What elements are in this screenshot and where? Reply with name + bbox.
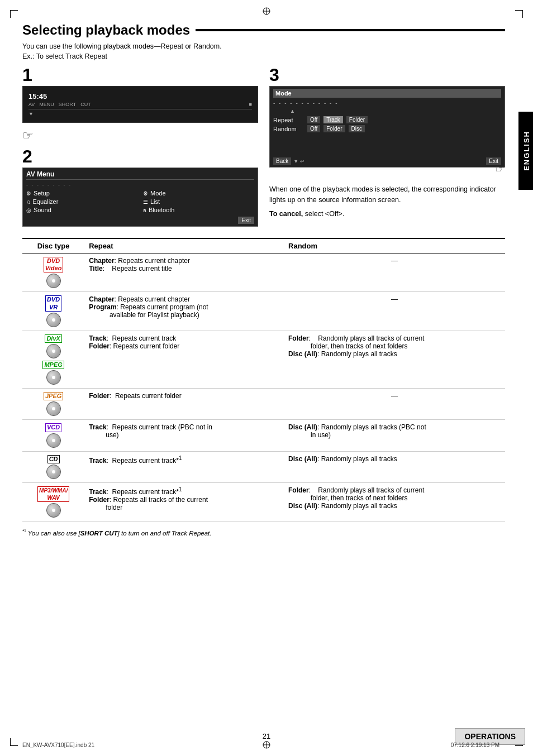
step3-finger-icon: ☞ bbox=[269, 162, 505, 175]
disc-type-jpeg: JPEG bbox=[22, 389, 84, 420]
av-menu-bluetooth-label: Bluetooth bbox=[149, 207, 174, 213]
cd-label: CD bbox=[47, 455, 60, 463]
mode-random-folder-btn[interactable]: Folder bbox=[323, 125, 345, 132]
random-divx-mpeg: Folder: Randomly plays all tracks of cur… bbox=[284, 331, 505, 388]
to-cancel: To cancel, select <Off>. bbox=[269, 210, 505, 218]
mode-screen: Mode - - - - - - - - - - - - ▲ Repeat Of… bbox=[269, 86, 505, 168]
english-tab: ENGLISH bbox=[518, 112, 533, 190]
av-menu-mode-label: Mode bbox=[150, 190, 166, 197]
screen-cut: CUT bbox=[80, 102, 91, 107]
disc-type-divx-mpeg: DivX MPEG bbox=[22, 331, 84, 388]
mode-arrow: ▲ bbox=[290, 108, 501, 114]
mode-track-btn[interactable]: Track bbox=[323, 116, 343, 123]
av-menu-dots: - - - - - - - - - bbox=[26, 182, 254, 188]
screen-dots: ▼ bbox=[28, 111, 252, 117]
english-label: ENGLISH bbox=[522, 131, 531, 171]
footer-right: 07.12.6 2:19:13 PM bbox=[451, 742, 499, 748]
table-row: VCD Track: Repeats current track (PBC no… bbox=[22, 420, 505, 451]
page-number: 21 bbox=[263, 732, 270, 740]
divx-label: DivX bbox=[45, 334, 61, 343]
repeat-divx-mpeg: Track: Repeats current track Folder: Rep… bbox=[84, 331, 284, 388]
footnote-mark: *¹ bbox=[22, 528, 26, 534]
col-disc-header: Disc type bbox=[22, 238, 84, 253]
mode-back-arrow: ▼ ↩ bbox=[293, 159, 304, 164]
disc-type-cd: CD bbox=[22, 451, 84, 482]
step1-number: 1 bbox=[22, 66, 258, 84]
corner-mark-bl bbox=[10, 738, 18, 746]
vcd-label: VCD bbox=[45, 423, 61, 432]
disc-type-vcd: VCD bbox=[22, 420, 84, 451]
step2-number: 2 bbox=[22, 147, 258, 165]
mode-icon: ⚙ bbox=[143, 190, 148, 197]
repeat-dvd-vr: Chapter: Repeats current chapter Program… bbox=[84, 292, 284, 331]
steps-row: 1 15:45 AV MENU SHORT CUT ■ ▼ bbox=[22, 66, 505, 227]
step1-finger-icon: ☞ bbox=[22, 128, 258, 143]
step3-number: 3 bbox=[269, 66, 505, 84]
mode-random-off-btn[interactable]: Off bbox=[307, 125, 320, 132]
screen-time: 15:45 bbox=[28, 92, 47, 101]
disc-type-dvd-vr: DVDVR bbox=[22, 292, 84, 331]
table-row: CD Track: Repeats current track*1 Disc (… bbox=[22, 451, 505, 482]
table-row: JPEG Folder: Repeats current folder — bbox=[22, 389, 505, 420]
equalizer-icon: ♫ bbox=[26, 199, 31, 205]
jpeg-label: JPEG bbox=[44, 392, 63, 400]
random-dvd-video: — bbox=[284, 253, 505, 292]
description-text: When one of the playback modes is select… bbox=[269, 184, 505, 205]
playback-table: Disc type Repeat Random DVDVideo Chapter… bbox=[22, 238, 505, 521]
mode-random-disc-btn[interactable]: Disc bbox=[349, 125, 365, 132]
setup-icon: ⚙ bbox=[26, 190, 31, 197]
table-row: DVDVideo Chapter: Repeats current chapte… bbox=[22, 253, 505, 292]
av-menu-mode: ⚙ Mode bbox=[143, 190, 254, 197]
mpeg-label: MPEG bbox=[42, 361, 64, 369]
av-menu-title: AV Menu bbox=[26, 170, 254, 180]
mode-dots: - - - - - - - - - - - - bbox=[273, 100, 501, 106]
av-menu-sound-label: Sound bbox=[34, 207, 51, 213]
footnote-text: You can also use [SHORT CUT] to turn on … bbox=[28, 530, 212, 537]
av-menu-grid: ⚙ Setup ⚙ Mode ♫ Equalizer ☰ List bbox=[26, 190, 254, 213]
random-jpeg: — bbox=[284, 389, 505, 420]
av-menu-screen: AV Menu - - - - - - - - - ⚙ Setup ⚙ Mode… bbox=[22, 168, 258, 227]
dvd-vr-label: DVDVR bbox=[45, 295, 61, 311]
page-title-text: Selecting playback modes bbox=[22, 22, 190, 38]
mode-repeat-label: Repeat bbox=[273, 117, 304, 123]
av-menu-list: ☰ List bbox=[143, 198, 254, 205]
main-content: Selecting playback modes You can use the… bbox=[22, 22, 505, 722]
repeat-dvd-video: Chapter: Repeats current chapter Title: … bbox=[84, 253, 284, 292]
step1-screen: 15:45 AV MENU SHORT CUT ■ ▼ bbox=[22, 86, 258, 123]
screen-short: SHORT bbox=[59, 102, 76, 107]
av-menu-list-label: List bbox=[150, 198, 160, 205]
subtitle1: You can use the following playback modes… bbox=[22, 42, 505, 50]
footer-left: EN_KW-AVX710[EE].indb 21 bbox=[22, 742, 94, 748]
av-menu-equalizer: ♫ Equalizer bbox=[26, 198, 137, 205]
cancel-value: select <Off>. bbox=[305, 210, 345, 218]
screen-av: AV bbox=[28, 102, 35, 107]
mode-back-btn[interactable]: Back bbox=[273, 157, 291, 165]
repeat-jpeg: Folder: Repeats current folder bbox=[84, 389, 284, 420]
av-menu-setup: ⚙ Setup bbox=[26, 190, 137, 197]
table-row: DivX MPEG Track: Repeats current track F… bbox=[22, 331, 505, 388]
table-row: DVDVR Chapter: Repeats current chapter P… bbox=[22, 292, 505, 331]
mp3-label: MP3/WMA/WAV bbox=[37, 486, 69, 502]
av-menu-exit-row: Exit bbox=[26, 217, 254, 224]
col-repeat-header: Repeat bbox=[84, 238, 284, 253]
repeat-mp3: Track: Repeats current track*1 Folder: R… bbox=[84, 482, 284, 521]
subtitle2: Ex.: To select Track Repeat bbox=[22, 52, 505, 60]
steps-left: 1 15:45 AV MENU SHORT CUT ■ ▼ bbox=[22, 66, 258, 227]
av-exit-button[interactable]: Exit bbox=[238, 217, 254, 224]
screen-pause-icon: ■ bbox=[249, 102, 252, 107]
repeat-vcd: Track: Repeats current track (PBC not in… bbox=[84, 420, 284, 451]
av-menu-sound: ◎ Sound bbox=[26, 207, 137, 213]
mode-off-btn[interactable]: Off bbox=[307, 116, 320, 123]
corner-mark-tr bbox=[515, 10, 523, 18]
av-menu-setup-label: Setup bbox=[34, 190, 50, 197]
mode-header: Mode bbox=[273, 89, 501, 98]
title-bar bbox=[196, 29, 505, 31]
col-random-header: Random bbox=[284, 238, 505, 253]
cancel-label: To cancel, bbox=[269, 210, 303, 218]
mode-folder-btn[interactable]: Folder bbox=[346, 116, 368, 123]
steps-right: 3 Mode - - - - - - - - - - - - ▲ Repeat … bbox=[269, 66, 505, 227]
list-icon: ☰ bbox=[143, 199, 148, 205]
av-menu-equalizer-label: Equalizer bbox=[33, 198, 59, 205]
screen-menu: MENU bbox=[39, 102, 54, 107]
footnote: *¹ You can also use [SHORT CUT] to turn … bbox=[22, 528, 505, 537]
